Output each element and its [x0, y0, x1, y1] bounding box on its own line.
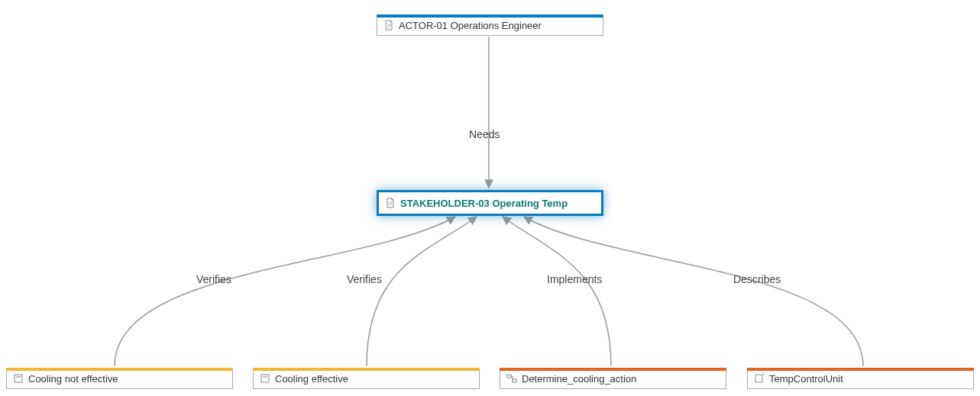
- node-label: Cooling not effective: [28, 373, 118, 385]
- function-icon: [506, 373, 517, 384]
- node-bar: [377, 14, 603, 18]
- node-tempcontrolunit[interactable]: TempControlUnit: [747, 368, 974, 389]
- edge-label-verifies-1: Verifies: [196, 273, 231, 285]
- node-label: TempControlUnit: [769, 373, 843, 385]
- edge-label-verifies-2: Verifies: [347, 273, 382, 285]
- edge-label-describes: Describes: [733, 273, 781, 285]
- node-cooling-not-effective[interactable]: Cooling not effective: [6, 368, 233, 389]
- node-bar: [500, 368, 726, 371]
- link-document-icon: [754, 373, 765, 384]
- node-actor[interactable]: ACTOR-01 Operations Engineer: [377, 14, 603, 36]
- node-bar: [6, 368, 233, 371]
- document-icon: [385, 198, 396, 208]
- node-label: Determine_cooling_action: [522, 373, 636, 385]
- svg-rect-5: [513, 379, 516, 382]
- svg-rect-3: [263, 376, 267, 378]
- test-icon: [13, 373, 24, 384]
- node-determine-cooling-action[interactable]: Determine_cooling_action: [500, 368, 726, 389]
- node-cooling-effective[interactable]: Cooling effective: [253, 368, 480, 389]
- svg-rect-2: [261, 375, 269, 382]
- svg-rect-4: [507, 375, 511, 378]
- node-label: ACTOR-01 Operations Engineer: [399, 20, 542, 31]
- node-label: Cooling effective: [275, 373, 348, 385]
- edge-label-implements: Implements: [547, 273, 602, 285]
- edge-label-needs: Needs: [469, 128, 500, 140]
- document-icon: [383, 20, 394, 31]
- svg-rect-0: [15, 375, 22, 382]
- test-icon: [260, 373, 270, 384]
- diagram-canvas[interactable]: Needs Verifies Verifies Implements Descr…: [0, 0, 980, 396]
- node-bar: [253, 368, 480, 371]
- node-stakeholder[interactable]: STAKEHOLDER-03 Operating Temp: [377, 190, 603, 216]
- node-label: STAKEHOLDER-03 Operating Temp: [400, 198, 568, 209]
- node-bar: [747, 368, 974, 371]
- svg-rect-1: [16, 376, 21, 378]
